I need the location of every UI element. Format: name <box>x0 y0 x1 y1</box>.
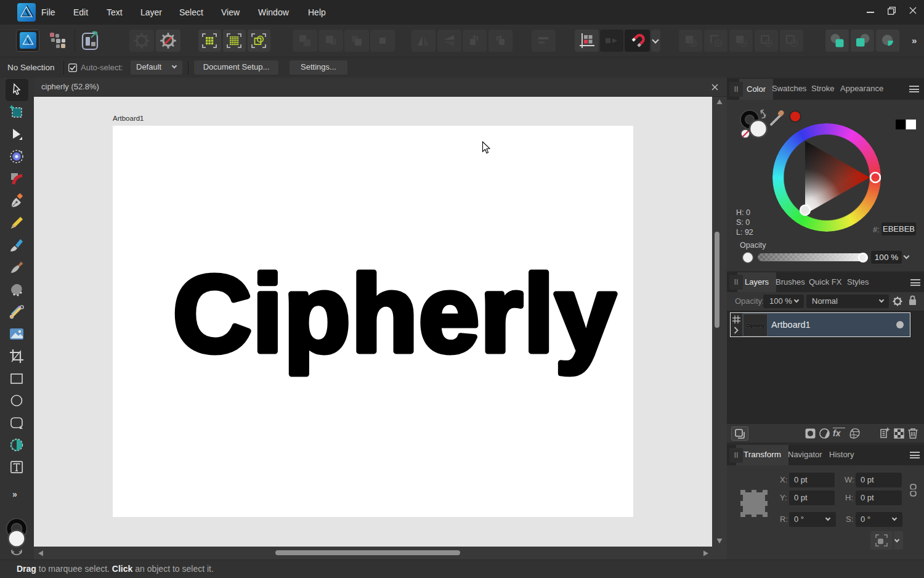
svg-text:Cipherly: Cipherly <box>173 254 617 374</box>
